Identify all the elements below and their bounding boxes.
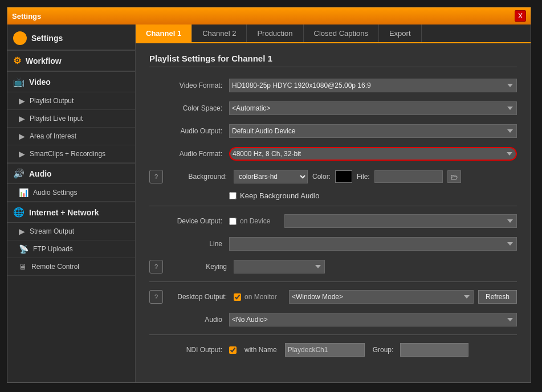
video-format-label: Video Format: [149, 81, 229, 89]
gear-icon: ⚙ [13, 55, 21, 66]
desktop-mode-select[interactable]: <Window Mode> [289, 290, 474, 304]
line-label: Line [149, 240, 229, 248]
ndi-name-input[interactable] [285, 343, 365, 357]
sidebar-item-playlist-output[interactable]: ▶ Playlist Output [7, 92, 135, 110]
keying-label: Keying [168, 263, 234, 271]
line-select[interactable] [229, 237, 517, 251]
color-label: Color: [312, 173, 331, 181]
color-space-row: Color Space: <Automatic> [149, 100, 517, 116]
sidebar: i Settings ⚙ Workflow 📺 Video ▶ Playlist… [7, 24, 136, 382]
file-label: File: [357, 173, 370, 181]
sidebar-section-workflow[interactable]: ⚙ Workflow [7, 50, 135, 71]
audio-icon: 🔊 [13, 168, 25, 179]
sidebar-item-smartclips-label: SmartClips + Recordings [30, 150, 105, 158]
content-panel: Playlist Settings for Channel 1 Video Fo… [136, 43, 531, 382]
background-help-button[interactable]: ? [149, 170, 163, 183]
audio-format-select[interactable]: 48000 Hz, 8 Ch, 32-bit [229, 147, 517, 161]
separator-1 [149, 206, 517, 206]
group-label: Group: [373, 346, 394, 354]
color-space-label: Color Space: [149, 104, 229, 112]
device-output-row: Device Output: on Device [149, 213, 517, 229]
sidebar-item-audio-settings[interactable]: 📊 Audio Settings [7, 184, 135, 202]
tab-closed-captions[interactable]: Closed Captions [304, 24, 379, 42]
sidebar-item-ftp-uploads[interactable]: 📡 FTP Uploads [7, 240, 135, 258]
window-title: Settings [12, 12, 41, 21]
with-name-label: with Name [244, 346, 277, 354]
desktop-audio-row: Audio <No Audio> [149, 312, 517, 328]
tab-production[interactable]: Production [247, 24, 303, 42]
background-select[interactable]: colorBars-hd [234, 170, 308, 183]
device-output-checkbox[interactable] [229, 218, 237, 225]
keying-row: ? Keying [149, 259, 517, 275]
sidebar-item-area-of-interest[interactable]: ▶ Area of Interest [7, 128, 135, 145]
sidebar-item-stream-output[interactable]: ▶ Stream Output [7, 223, 135, 240]
separator-2 [149, 281, 517, 282]
color-space-select[interactable]: <Automatic> [229, 101, 517, 115]
playlist-output-icon: ▶ [19, 96, 25, 105]
tab-bar: Channel 1 Channel 2 Production Closed Ca… [136, 24, 531, 43]
window-body: i Settings ⚙ Workflow 📺 Video ▶ Playlist… [7, 24, 531, 382]
desktop-output-checkbox[interactable] [234, 293, 241, 301]
sidebar-section-internet[interactable]: 🌐 Internet + Network [7, 202, 135, 223]
device-output-label: Device Output: [149, 217, 229, 225]
background-controls: colorBars-hd Color: File: 🗁 [234, 170, 461, 183]
sidebar-item-area-of-interest-label: Area of Interest [30, 132, 76, 140]
audio-format-row: Audio Format: 48000 Hz, 8 Ch, 32-bit [149, 146, 517, 162]
main-content: Channel 1 Channel 2 Production Closed Ca… [136, 24, 531, 382]
audio-output-select[interactable]: Default Audio Device [229, 124, 517, 138]
stream-output-icon: ▶ [19, 227, 25, 236]
separator-3 [149, 334, 517, 335]
sidebar-item-playlist-live-input-label: Playlist Live Input [30, 115, 83, 122]
video-icon: 📺 [13, 76, 25, 87]
file-input[interactable] [374, 170, 443, 183]
close-button[interactable]: X [515, 10, 526, 22]
sidebar-workflow-label: Workflow [26, 56, 62, 66]
ndi-checkbox[interactable] [229, 346, 237, 354]
sidebar-item-smartclips[interactable]: ▶ SmartClips + Recordings [7, 145, 135, 163]
sidebar-internet-label: Internet + Network [29, 208, 99, 217]
on-monitor-label: on Monitor [244, 293, 284, 301]
playlist-live-input-icon: ▶ [19, 114, 25, 123]
keep-bg-audio-checkbox[interactable] [229, 192, 237, 199]
remote-control-icon: 🖥 [19, 262, 27, 271]
desktop-audio-select[interactable]: <No Audio> [229, 313, 517, 326]
title-bar: Settings X [7, 7, 531, 24]
tab-channel1[interactable]: Channel 1 [136, 24, 192, 42]
sidebar-section-video[interactable]: 📺 Video [7, 71, 135, 92]
keying-select[interactable] [234, 260, 325, 273]
sidebar-item-remote-control[interactable]: 🖥 Remote Control [7, 258, 135, 276]
smartclips-icon: ▶ [19, 149, 25, 158]
on-device-label: on Device [240, 217, 280, 225]
ndi-group-input[interactable] [400, 343, 468, 357]
audio-output-label: Audio Output: [149, 127, 229, 135]
sidebar-section-audio[interactable]: 🔊 Audio [7, 163, 135, 184]
desktop-output-row: ? Desktop Output: on Monitor <Window Mod… [149, 289, 517, 305]
internet-icon: 🌐 [13, 207, 25, 218]
desktop-help-button[interactable]: ? [149, 290, 163, 304]
audio-inner-label: Audio [149, 316, 229, 324]
file-browse-button[interactable]: 🗁 [447, 170, 461, 183]
audio-format-label: Audio Format: [149, 150, 229, 158]
desktop-output-label: Desktop Output: [168, 293, 234, 301]
area-of-interest-icon: ▶ [19, 132, 25, 141]
background-label: Background: [168, 173, 234, 181]
ndi-controls: with Name Group: [229, 343, 468, 357]
sidebar-item-playlist-live-input[interactable]: ▶ Playlist Live Input [7, 110, 135, 128]
video-format-select[interactable]: HD1080-25p HDYC 1920x1080@25.00p 16:9 [229, 79, 517, 92]
sidebar-item-remote-control-label: Remote Control [31, 263, 79, 271]
tab-channel2[interactable]: Channel 2 [192, 24, 247, 42]
tab-export[interactable]: Export [379, 24, 422, 42]
sidebar-settings-label: Settings [31, 34, 63, 43]
refresh-button[interactable]: Refresh [478, 290, 517, 304]
color-swatch[interactable] [335, 170, 352, 183]
panel-title: Playlist Settings for Channel 1 [149, 54, 517, 67]
keep-bg-audio-row: Keep Background Audio [229, 191, 517, 200]
sidebar-section-settings[interactable]: i Settings [7, 27, 135, 50]
keying-help-button[interactable]: ? [149, 260, 163, 273]
device-output-select[interactable] [284, 214, 517, 228]
keep-bg-audio-label: Keep Background Audio [240, 191, 320, 200]
sidebar-audio-label: Audio [29, 169, 52, 178]
info-icon: i [13, 31, 27, 45]
settings-window: Settings X i Settings ⚙ Workflow 📺 Video [7, 7, 531, 383]
ndi-output-label: NDI Output: [149, 346, 229, 354]
